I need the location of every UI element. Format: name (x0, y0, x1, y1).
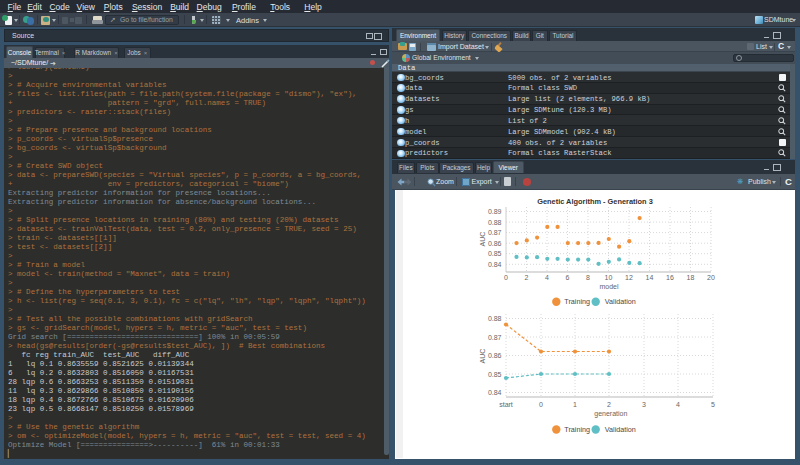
svg-text:model: model (599, 283, 619, 290)
svg-text:4: 4 (545, 274, 549, 281)
svg-text:0.88: 0.88 (488, 218, 502, 225)
svg-text:Training: Training (564, 425, 590, 434)
svg-text:0.84: 0.84 (488, 260, 502, 267)
svg-text:0.88: 0.88 (488, 315, 502, 322)
svg-text:0.84: 0.84 (488, 389, 502, 396)
svg-text:0.89: 0.89 (488, 208, 502, 215)
svg-text:2: 2 (525, 274, 529, 281)
svg-text:0: 0 (504, 274, 508, 281)
svg-text:4: 4 (676, 400, 680, 407)
svg-text:0.85: 0.85 (488, 250, 502, 257)
svg-text:2: 2 (607, 400, 611, 407)
svg-text:Genetic Algorithm - Generation: Genetic Algorithm - Generation 3 (537, 197, 653, 206)
svg-text:0: 0 (539, 400, 543, 407)
svg-text:16: 16 (666, 274, 674, 281)
svg-text:0.87: 0.87 (488, 229, 502, 236)
svg-text:14: 14 (646, 274, 654, 281)
svg-text:6: 6 (566, 274, 570, 281)
svg-text:3: 3 (642, 400, 646, 407)
svg-text:0.86: 0.86 (488, 239, 502, 246)
svg-text:20: 20 (707, 274, 715, 281)
svg-text:12: 12 (625, 274, 633, 281)
svg-text:0.87: 0.87 (488, 333, 502, 340)
svg-text:18: 18 (687, 274, 695, 281)
svg-text:AUC: AUC (479, 231, 486, 246)
svg-text:AUC: AUC (479, 348, 486, 363)
svg-text:Validation: Validation (605, 297, 636, 306)
svg-text:start: start (499, 400, 513, 407)
svg-text:0.85: 0.85 (488, 370, 502, 377)
svg-text:5: 5 (711, 400, 715, 407)
svg-text:10: 10 (605, 274, 613, 281)
svg-text:Validation: Validation (605, 425, 636, 434)
svg-text:8: 8 (586, 274, 590, 281)
svg-text:Training: Training (564, 297, 590, 306)
svg-text:0.86: 0.86 (488, 352, 502, 359)
svg-text:generation: generation (594, 410, 627, 418)
svg-text:1: 1 (573, 400, 577, 407)
